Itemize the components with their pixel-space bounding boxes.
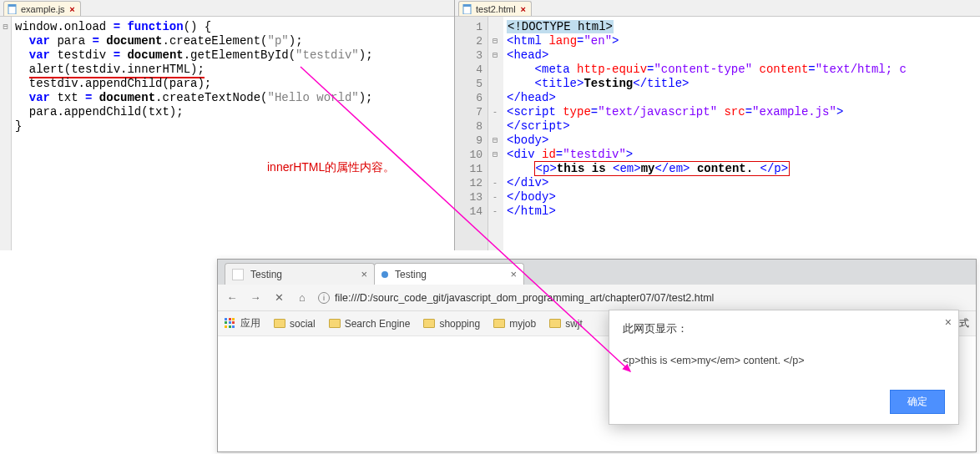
tab-bar-left: example.js × [0,0,454,17]
editor-left[interactable]: ⊟ window.onload = function() { var para … [0,17,454,250]
address-bar: ← → ✕ ⌂ i file:///D:/sourc_code_git/java… [218,285,976,311]
browser-window: Testing × Testing × ← → ✕ ⌂ i file:///D:… [217,259,977,452]
bookmark-folder[interactable]: myjob [493,318,536,330]
code-area-left[interactable]: window.onload = function() { var para = … [12,17,454,250]
browser-tab-1[interactable]: Testing × [374,263,524,285]
browser-tab-0[interactable]: Testing × [225,263,375,285]
annotation-text: innerHTML的属性内容。 [267,160,395,174]
folder-icon [493,319,505,328]
tab-close-icon[interactable]: × [519,5,528,13]
tab-filename: test2.html [476,4,516,14]
bookmark-label: shopping [439,318,480,330]
editor-pane-right: test2.html × 1234567891011121314 ⊟⊟-⊟⊟--… [455,0,980,250]
tab-close-icon[interactable]: × [361,268,367,280]
alert-message: <p>this is <em>my</em> content. </p> [623,355,945,366]
alert-title: 此网页显示： [623,322,945,336]
bookmark-folder[interactable]: shopping [423,318,480,330]
stop-reload-button[interactable]: ✕ [271,291,286,304]
svg-rect-1 [8,4,16,7]
home-button[interactable]: ⌂ [295,291,310,304]
folder-icon [274,319,285,328]
browser-viewport: × 此网页显示： <p>this is <em>my</em> content.… [218,336,976,451]
tab-example-js[interactable]: example.js × [3,1,81,16]
folder-icon [549,319,561,328]
bookmark-label: swjt [565,318,583,330]
apps-shortcut[interactable]: 应用 [225,316,260,330]
tab-test2-html[interactable]: test2.html × [458,1,532,16]
forward-button[interactable]: → [248,291,263,304]
bookmark-folder[interactable]: Search Engine [329,318,411,330]
svg-rect-3 [463,4,471,7]
bookmark-label: Search Engine [345,318,411,330]
line-numbers: 1234567891011121314 [455,17,488,250]
url-text: file:///D:/sourc_code_git/javascript_dom… [335,292,714,304]
browser-tab-title: Testing [250,269,282,280]
bookmark-folder[interactable]: swjt [549,318,583,330]
url-field[interactable]: i file:///D:/sourc_code_git/javascript_d… [318,292,969,304]
alert-close-icon[interactable]: × [945,315,952,329]
bookmark-label: social [290,318,316,330]
tab-filename: example.js [21,4,65,14]
js-alert-dialog: × 此网页显示： <p>this is <em>my</em> content.… [609,310,959,425]
browser-tab-title: Testing [395,269,427,280]
code-area-right[interactable]: <!DOCTYPE html><html lang="en"><head> <m… [503,17,980,250]
tab-bar-right: test2.html × [455,0,980,17]
apps-label: 应用 [240,316,260,330]
file-icon [8,4,18,14]
loading-dot-icon [381,271,388,278]
fold-gutter-left: ⊟ [0,17,12,250]
bookmark-label: myjob [509,318,536,330]
back-button[interactable]: ← [225,291,240,304]
site-info-icon[interactable]: i [318,292,330,304]
apps-icon [225,318,236,330]
folder-icon [329,319,341,328]
folder-icon [423,319,435,328]
editor-right[interactable]: 1234567891011121314 ⊟⊟-⊟⊟--- <!DOCTYPE h… [455,17,980,250]
fold-gutter-right: ⊟⊟-⊟⊟--- [488,17,503,250]
alert-ok-button[interactable]: 确定 [890,390,945,414]
tab-close-icon[interactable]: × [68,5,77,13]
editor-pane-left: example.js × ⊟ window.onload = function(… [0,0,455,250]
browser-tabstrip: Testing × Testing × [218,260,976,285]
tab-close-icon[interactable]: × [510,268,517,280]
bookmark-folder[interactable]: social [274,318,316,330]
favicon-icon [232,269,244,280]
file-icon [462,4,472,14]
